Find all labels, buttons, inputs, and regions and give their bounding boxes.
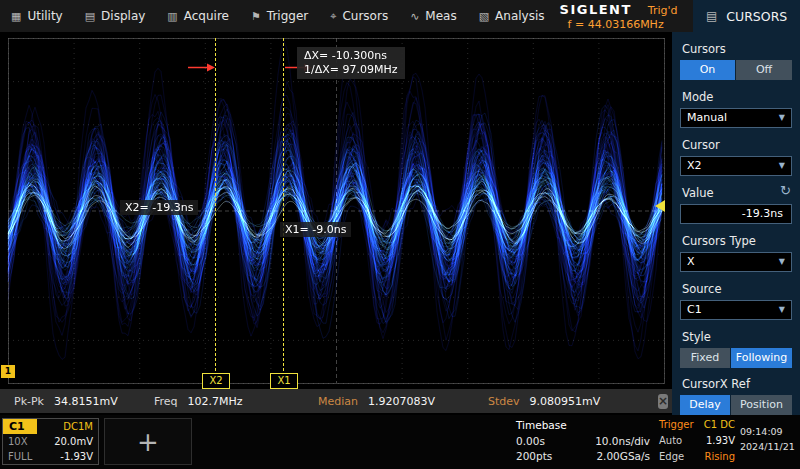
source-dropdown[interactable]: C1 ▼ <box>680 300 792 320</box>
menu-item-label: Display <box>101 9 145 23</box>
timebase-points: 200pts <box>516 449 552 464</box>
measurement-value: 102.7MHz <box>188 395 243 408</box>
menu-item-cursors[interactable]: ⌖ Cursors <box>319 0 399 32</box>
oscilloscope-screen: ▦ Utility ▤ Display ▥ Acquire ⚑ Trigger … <box>0 0 800 469</box>
channel1-info-box[interactable]: C1 DC1M 10X 20.0mV FULL -1.93V <box>2 418 99 465</box>
value-label: Value <box>682 186 714 200</box>
channel1-probe: 10X <box>8 434 28 449</box>
mode-label: Mode <box>682 90 713 104</box>
add-channel-box[interactable]: + <box>104 418 192 465</box>
menu-item-label: Meas <box>425 9 456 23</box>
source-value: C1 <box>687 303 702 316</box>
cursor-target-icon: ⌖ <box>330 10 336 23</box>
utility-icon: ▦ <box>11 10 21 23</box>
delta-x-value: ΔX= -10.300ns <box>304 49 398 63</box>
trigger-slope: Rising <box>705 449 735 465</box>
measurement-label: Pk-Pk <box>14 395 44 408</box>
cursor-select-value: X2 <box>687 159 702 172</box>
acquire-icon: ▥ <box>167 10 177 23</box>
measure-icon: ∿ <box>410 10 419 23</box>
cursors-section-label: Cursors <box>682 42 726 56</box>
brand-block: SIGLENT Trig'd f = 44.03166MHz <box>556 0 693 32</box>
cursor-select-dropdown[interactable]: X2 ▼ <box>680 156 792 176</box>
waveform-display: ΔX= -10.300ns 1/ΔX= 97.09MHz X2= -19.3ns… <box>0 32 672 389</box>
chevron-down-icon: ▼ <box>779 301 785 319</box>
cursor-delta-readout: ΔX= -10.300ns 1/ΔX= 97.09MHz <box>297 47 405 79</box>
channel1-ground-marker[interactable]: 1 <box>1 365 15 378</box>
channel1-scale: 20.0mV <box>54 434 93 449</box>
measurement-value: 34.8151mV <box>54 395 118 408</box>
timebase-delay: 0.00s <box>516 434 545 449</box>
trigger-level: 1.93V <box>706 433 735 449</box>
cursor-x1-tag[interactable]: X1 <box>270 373 298 389</box>
channel1-coupling: DC1M <box>63 421 98 432</box>
trigger-source: C1 DC <box>704 417 735 433</box>
measurement-label: Stdev <box>488 395 520 408</box>
chevron-down-icon: ▼ <box>779 157 785 175</box>
measurement-label: Median <box>318 395 358 408</box>
channel1-badge: C1 <box>3 419 37 434</box>
cursors-type-dropdown[interactable]: X ▼ <box>680 252 792 272</box>
timebase-label: Timebase <box>512 417 654 434</box>
measurement-close-button[interactable]: × <box>658 394 668 409</box>
measurement-value: 9.080951mV <box>530 395 601 408</box>
channel1-offset: -1.93V <box>60 449 93 464</box>
cursor-x2-readout: X2= -19.3ns <box>120 200 198 215</box>
channel1-bandwidth: FULL <box>8 449 32 464</box>
menu-item-label: Trigger <box>267 9 308 23</box>
panel-title: CURSORS <box>726 9 787 24</box>
ref-position-button[interactable]: Position <box>731 395 792 415</box>
trigger-type: Edge <box>659 449 684 465</box>
style-following-button[interactable]: Following <box>731 348 792 368</box>
style-fixed-button[interactable]: Fixed <box>680 348 730 368</box>
style-label: Style <box>682 330 711 344</box>
source-label: Source <box>682 282 722 296</box>
menu-item-meas[interactable]: ∿ Meas <box>399 0 468 32</box>
cursors-panel-header[interactable]: ▤ CURSORS <box>693 0 800 32</box>
delta-arrow-left-icon <box>188 57 215 76</box>
measurement-pkpk: Pk-Pk 34.8151mV <box>14 395 154 408</box>
timebase-scale: 10.0ns/div <box>595 434 650 449</box>
cursor-select-label: Cursor <box>682 138 720 152</box>
menu-item-acquire[interactable]: ▥ Acquire <box>156 0 240 32</box>
chevron-down-icon: ▼ <box>779 109 785 127</box>
trigger-status-badge: Trig'd <box>648 4 678 17</box>
cursor-value-field[interactable]: -19.3ns <box>680 204 792 224</box>
menu-list-icon: ▤ <box>706 9 717 23</box>
cursor-x2-line[interactable] <box>215 38 216 386</box>
measurement-median: Median 1.9207083V <box>318 395 488 408</box>
menu-bar: ▦ Utility ▤ Display ▥ Acquire ⚑ Trigger … <box>0 0 800 32</box>
plus-icon: + <box>137 427 159 457</box>
menu-item-label: Cursors <box>342 9 388 23</box>
status-bar: C1 DC1M 10X 20.0mV FULL -1.93V + Timebas… <box>0 415 800 469</box>
waveform-canvas <box>0 32 672 389</box>
trigger-box[interactable]: Trigger C1 DC Auto 1.93V Edge Rising <box>657 417 737 467</box>
cursors-off-button[interactable]: Off <box>736 60 792 80</box>
menu-item-utility[interactable]: ▦ Utility <box>0 0 74 32</box>
measurement-bar: Pk-Pk 34.8151mV Freq 102.7MHz Median 1.9… <box>0 389 672 413</box>
mode-value: Manual <box>687 111 727 124</box>
cursors-on-button[interactable]: On <box>680 60 735 80</box>
menu-item-trigger[interactable]: ⚑ Trigger <box>240 0 319 32</box>
sample-rate: 2.00GSa/s <box>596 449 650 464</box>
trigger-level-arrow[interactable] <box>655 200 665 212</box>
flag-icon: ⚑ <box>251 10 261 23</box>
display-icon: ▤ <box>85 10 95 23</box>
analysis-icon: ▧ <box>479 10 489 23</box>
mode-dropdown[interactable]: Manual ▼ <box>680 108 792 128</box>
ref-delay-button[interactable]: Delay <box>680 395 730 415</box>
cursor-x2-tag[interactable]: X2 <box>202 373 230 389</box>
trigger-mode: Auto <box>659 433 682 449</box>
cursor-x1-line[interactable] <box>283 38 284 386</box>
cursorx-ref-label: CursorX Ref <box>682 377 750 391</box>
refresh-icon[interactable]: ↻ <box>780 183 791 198</box>
inverse-delta-x-value: 1/ΔX= 97.09MHz <box>304 63 398 77</box>
measurement-value: 1.9207083V <box>368 395 435 408</box>
measurement-freq: Freq 102.7MHz <box>154 395 318 408</box>
cursors-side-panel: Cursors On Off Mode Manual ▼ Cursor X2 ▼… <box>672 32 800 415</box>
menu-item-analysis[interactable]: ▧ Analysis <box>468 0 556 32</box>
timebase-box[interactable]: Timebase 0.00s 10.0ns/div 200pts 2.00GSa… <box>512 417 654 467</box>
menu-item-display[interactable]: ▤ Display <box>74 0 157 32</box>
measurement-label: Freq <box>154 395 178 408</box>
clock-time: 09:14:09 <box>740 424 798 439</box>
